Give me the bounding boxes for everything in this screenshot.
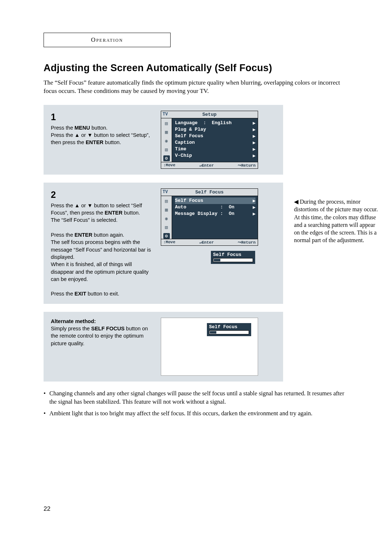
s1-enter: ENTER: [86, 139, 103, 145]
down-icon: ▼: [87, 203, 93, 208]
osd2-icon-rail: ▤ ▦ ◉ ▧ ⚙: [161, 196, 172, 239]
osd2-list: Self Focus▶ Auto : On▶ Message Display :…: [172, 196, 258, 239]
s2-j: Press the: [51, 291, 74, 297]
left-arrow-icon: ◀: [294, 199, 298, 205]
osd-item-label: V-Chip: [175, 153, 192, 159]
osd1-item: Plug & Play▶: [175, 126, 256, 133]
arrow-icon: ▶: [253, 140, 256, 146]
osd-icon-active: ⚙: [163, 233, 170, 239]
progress-bar: [213, 258, 253, 262]
progress-fill: [214, 259, 220, 261]
arrow-icon: ▶: [253, 127, 256, 133]
osd1-item: Caption▶: [175, 139, 256, 146]
osd-setup-menu: TV Setup ▤ ▦ ◉ ▧ ⚙ Language : English▶ P…: [161, 111, 258, 169]
osd2-item-hl: Self Focus▶: [175, 197, 256, 204]
arrow-icon: ▶: [253, 211, 256, 217]
s2-h: The self focus process begins with the m…: [51, 239, 151, 260]
section-tab: Operation: [44, 33, 171, 47]
osd-item-label: Language : English: [175, 120, 232, 126]
s1-a: Press the: [51, 125, 74, 131]
down-icon: ▼: [87, 132, 93, 138]
step-3-text: Alternate method: Simply press the SELF …: [51, 318, 154, 347]
osd-footer-return: ⤳Return: [238, 163, 256, 168]
osd-item-label: Caption: [175, 140, 195, 146]
osd1-icon-rail: ▤ ▦ ◉ ▧ ⚙: [161, 118, 172, 162]
progress-label: Self Focus: [213, 252, 241, 257]
osd-item-label: Self Focus: [175, 133, 203, 139]
osd1-item: Time▶: [175, 146, 256, 152]
osd-icon: ◉: [163, 216, 170, 221]
notes-list: Changing channels and any other signal c…: [44, 390, 345, 418]
osd1-footer: ↕Move ↵Enter ⤳Return: [161, 162, 258, 168]
section-label: Operation: [91, 36, 123, 44]
s2-k: button to exit.: [86, 291, 119, 297]
osd1-tv: TV: [163, 112, 168, 117]
side-note-text: During the process, minor distortions of…: [294, 199, 378, 243]
arrow-icon: ▶: [253, 198, 256, 204]
step3-display-area: Self Focus: [161, 318, 258, 376]
osd-footer-return: ⤳Return: [238, 240, 256, 245]
step-3-osd: Self Focus: [161, 318, 258, 376]
osd-item-label: Time: [175, 146, 186, 152]
s1-d: or: [80, 132, 87, 138]
step-1-text: 1 Press the MENU button. Press the ▲ or …: [51, 111, 154, 146]
osd-icon: ◉: [163, 138, 170, 144]
step-2-osd: TV Self Focus ▤ ▦ ◉ ▧ ⚙ Self Focus▶ Auto…: [161, 188, 258, 298]
arrow-icon: ▶: [253, 153, 256, 159]
note-item: Changing channels and any other signal c…: [44, 390, 345, 406]
osd2-footer: ↕Move ↵Enter ⤳Return: [161, 239, 258, 245]
osd-icon-active: ⚙: [163, 155, 170, 161]
s2-a: Press the: [51, 203, 74, 208]
osd2-item: Message Display : On▶: [175, 211, 256, 217]
step-2-number: 2: [51, 188, 154, 201]
s3-a: Simply press the: [51, 326, 91, 331]
self-focus-progress: Self Focus: [211, 251, 255, 264]
osd-item-label: Message Display : On: [175, 211, 234, 217]
osd-icon: ▤: [163, 198, 170, 204]
step-1-block: 1 Press the MENU button. Press the ▲ or …: [44, 105, 283, 175]
step-alternate-block: Alternate method: Simply press the SELF …: [44, 312, 283, 382]
s2-exit: EXIT: [74, 291, 86, 297]
arrow-icon: ▶: [253, 146, 256, 152]
s1-f: button.: [103, 139, 121, 145]
osd2-item: Auto : On▶: [175, 204, 256, 211]
progress-bar: [209, 330, 249, 334]
page-title: Adjusting the Screen Automatically (Self…: [44, 62, 348, 74]
osd-footer-move: ↕Move: [163, 240, 175, 245]
osd-icon: ▧: [163, 147, 170, 152]
osd2-spacer: [175, 217, 256, 223]
osd2-spacer: [175, 223, 256, 229]
s2-g: button again.: [92, 232, 124, 238]
s2-d: button.: [122, 210, 140, 216]
osd1-item: Self Focus▶: [175, 133, 256, 139]
osd-footer-enter: ↵Enter: [199, 240, 214, 245]
arrow-icon: ▶: [253, 133, 256, 139]
s1-c: Press the: [51, 132, 74, 138]
arrow-icon: ▶: [253, 204, 256, 210]
osd2-header: TV Self Focus: [161, 189, 258, 196]
step-1-number: 1: [51, 111, 154, 123]
osd2-tv: TV: [163, 189, 168, 195]
osd1-item: Language : English▶: [175, 120, 256, 126]
s2-b: or: [80, 203, 87, 208]
osd-icon: ▧: [163, 224, 170, 230]
s2-e: The “Self Focus” is selected.: [51, 217, 118, 223]
step-1-osd: TV Setup ▤ ▦ ◉ ▧ ⚙ Language : English▶ P…: [161, 111, 258, 169]
alternate-heading: Alternate method:: [51, 318, 96, 324]
intro-paragraph: The “Self Focus” feature automatically f…: [44, 79, 345, 95]
s2-enter: ENTER: [105, 210, 122, 216]
osd2-title: Self Focus: [195, 189, 224, 195]
arrow-icon: ▶: [253, 120, 256, 126]
s1-b: button.: [90, 125, 107, 131]
s3-sf: SELF FOCUS: [91, 326, 124, 331]
up-icon: ▲: [74, 132, 79, 138]
osd-icon: ▦: [163, 129, 170, 135]
step-2-text: 2 Press the ▲ or ▼ button to select “Sel…: [51, 188, 154, 298]
s2-i: When it is finished, all of things will …: [51, 261, 148, 282]
osd-footer-move: ↕Move: [163, 163, 175, 168]
osd1-list: Language : English▶ Plug & Play▶ Self Fo…: [172, 118, 258, 162]
osd-item-label: Plug & Play: [175, 127, 206, 133]
s2-enter2: ENTER: [74, 232, 92, 238]
note-item: Ambient light that is too bright may aff…: [44, 409, 345, 418]
up-icon: ▲: [74, 203, 79, 208]
